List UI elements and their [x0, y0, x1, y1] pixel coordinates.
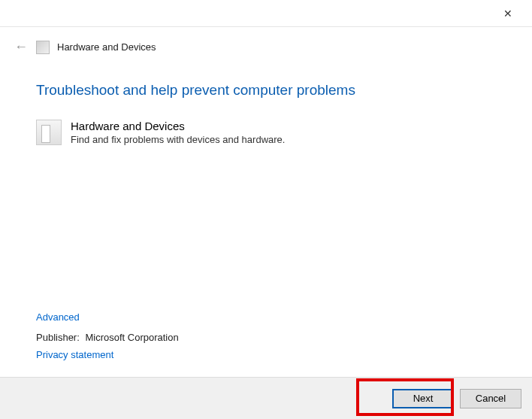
page-heading: Troubleshoot and help prevent computer p…	[36, 82, 496, 99]
troubleshooter-icon	[36, 41, 50, 54]
publisher-line: Publisher: Microsoft Corporation	[36, 332, 179, 343]
publisher-label: Publisher:	[36, 332, 80, 343]
item-title: Hardware and Devices	[71, 120, 285, 132]
titlebar: ✕	[0, 0, 532, 27]
hardware-icon	[36, 120, 62, 145]
wizard-title: Hardware and Devices	[57, 41, 156, 53]
cancel-button[interactable]: Cancel	[460, 389, 521, 408]
close-icon: ✕	[503, 8, 512, 20]
button-bar: Next Cancel	[0, 377, 532, 419]
header-row: ← Hardware and Devices	[0, 27, 532, 61]
next-button[interactable]: Next	[392, 389, 454, 408]
publisher-value: Microsoft Corporation	[85, 332, 178, 343]
item-description: Find and fix problems with devices and h…	[71, 134, 285, 145]
bottom-links: Advanced Publisher: Microsoft Corporatio…	[36, 311, 179, 360]
privacy-link[interactable]: Privacy statement	[36, 349, 179, 360]
close-button[interactable]: ✕	[493, 2, 523, 25]
content-area: Troubleshoot and help prevent computer p…	[0, 61, 532, 145]
advanced-link[interactable]: Advanced	[36, 311, 179, 323]
troubleshooter-item: Hardware and Devices Find and fix proble…	[36, 120, 496, 145]
item-text: Hardware and Devices Find and fix proble…	[71, 120, 285, 145]
back-arrow-icon: ←	[14, 39, 29, 55]
